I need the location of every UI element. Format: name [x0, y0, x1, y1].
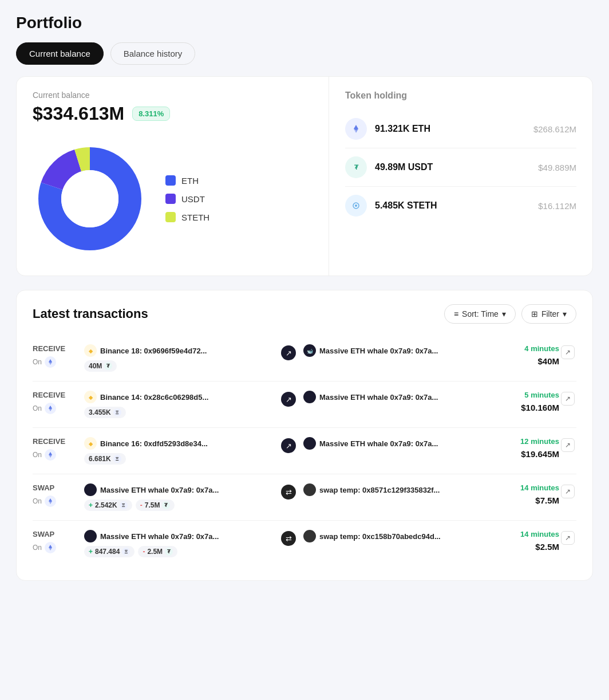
to-name-text-4: swap temp: 0xc158b70abedc94d... — [319, 532, 441, 541]
tab-row: Current balance Balance history — [16, 42, 593, 65]
svg-point-12 — [355, 205, 357, 207]
tx-header: Latest transactions ≡ Sort: Time ▾ ⊞ Fil… — [33, 304, 576, 324]
external-link-icon-0[interactable]: ↗ — [561, 345, 575, 359]
tx-type-col-4: SWAP On — [33, 530, 84, 553]
tx-on-1: On — [33, 403, 84, 414]
from-name-text-3: Massive ETH whale 0x7a9: 0x7a... — [100, 486, 219, 494]
tx-time-col-0: 4 minutes $40M — [496, 344, 559, 366]
tx-from-col-4: Massive ETH whale 0x7a9: 0x7a... + 847.4… — [84, 530, 277, 557]
donut-chart — [33, 141, 147, 256]
svg-text:◆: ◆ — [88, 441, 93, 447]
legend-steth: STETH — [165, 212, 209, 222]
chart-legend: ETH USDT STETH — [165, 175, 209, 222]
svg-text:◆: ◆ — [88, 395, 93, 400]
tag-minus-3-1: - — [140, 501, 143, 509]
svg-text:₮: ₮ — [354, 164, 359, 171]
external-link-icon-1[interactable]: ↗ — [561, 392, 575, 406]
from-icon-1: ◆ — [84, 391, 97, 403]
to-icon-3 — [303, 483, 316, 496]
arrow-icon-4: ⇄ — [281, 531, 296, 546]
tx-on-4: On — [33, 542, 84, 553]
tx-amount-tags-3: + 2.542K Ξ - 7.5M ₮ — [84, 500, 277, 511]
filter-button[interactable]: ⊞ Filter ▾ — [521, 304, 576, 324]
to-name-text-0: Massive ETH whale 0x7a9: 0x7a... — [319, 347, 438, 355]
tx-usd-0: $40M — [496, 356, 559, 366]
tx-from-col-0: ◆ Binance 18: 0x9696f59e4d72... 40M ₮ — [84, 344, 277, 372]
token-holding-panel: Token holding 91.321K ETH $268.612M — [329, 77, 592, 276]
tx-from-col-1: ◆ Binance 14: 0x28c6c06298d5... 3.455K Ξ — [84, 391, 277, 418]
tx-usd-2: $19.645M — [496, 449, 559, 459]
balance-section: Current balance $334.613M 8.311% — [16, 76, 593, 276]
tx-from-name-1: ◆ Binance 14: 0x28c6c06298d5... — [84, 391, 277, 403]
sort-button[interactable]: ≡ Sort: Time ▾ — [444, 304, 516, 324]
balance-left-panel: Current balance $334.613M 8.311% — [17, 77, 329, 276]
tx-on-0: On — [33, 356, 84, 368]
tx-arrow-col-3: ⇄ — [277, 483, 300, 500]
mini-icon-eth-1: Ξ — [113, 408, 121, 416]
usdt-icon: ₮ — [345, 156, 367, 178]
svg-point-3 — [61, 170, 118, 227]
tag-value-4-1: 2.5M — [147, 548, 163, 556]
external-link-icon-4[interactable]: ↗ — [561, 531, 575, 545]
tag-plus-4-0: + — [89, 548, 93, 556]
svg-point-45 — [86, 532, 95, 541]
tx-time-col-1: 5 minutes $10.160M — [496, 391, 559, 412]
table-row: RECEIVE On ◆ Binance 16: 0xdfd5293d8e34.… — [33, 428, 576, 474]
tx-ext-col-3: ↗ — [559, 483, 576, 498]
tx-to-name-2: Massive ETH whale 0x7a9: 0x7a... — [303, 437, 496, 450]
eth-amount: 91.321K ETH — [375, 124, 525, 134]
svg-point-39 — [86, 485, 95, 494]
tx-time-1: 5 minutes — [496, 391, 559, 399]
tx-amount-tags-1: 3.455K Ξ — [84, 407, 277, 418]
usdt-amount: 49.89M USDT — [375, 162, 530, 172]
svg-point-34 — [305, 439, 314, 448]
tx-to-name-1: Massive ETH whale 0x7a9: 0x7a... — [303, 391, 496, 403]
to-name-text-2: Massive ETH whale 0x7a9: 0x7a... — [319, 439, 438, 448]
from-name-text-0: Binance 18: 0x9696f59e4d72... — [100, 347, 207, 355]
legend-usdt: USDT — [165, 194, 209, 204]
filter-icon: ⊞ — [531, 309, 538, 318]
tx-to-col-4: swap temp: 0xc158b70abedc94d... — [300, 530, 496, 546]
legend-usdt-label: USDT — [181, 194, 205, 204]
external-link-icon-2[interactable]: ↗ — [561, 438, 575, 452]
tag-value-2-0: 6.681K — [89, 455, 111, 463]
mini-icon-usdt-4: ₮ — [165, 548, 173, 556]
tx-usd-3: $7.5M — [496, 495, 559, 505]
arrow-icon-0: ↗ — [281, 345, 296, 360]
chain-icon-1 — [45, 403, 56, 414]
filter-label: Filter — [541, 309, 559, 318]
tx-arrow-col-1: ↗ — [277, 391, 300, 407]
balance-label: Current balance — [33, 91, 313, 100]
table-row: RECEIVE On ◆ Binance 14: 0x28c6c06298d5.… — [33, 382, 576, 428]
tag-value-1-0: 3.455K — [89, 408, 111, 416]
to-icon-0: 🐋 — [303, 344, 316, 357]
eth-icon — [345, 118, 367, 140]
svg-text:🐋: 🐋 — [307, 348, 314, 355]
tx-arrow-col-2: ↗ — [277, 437, 300, 453]
tx-on-label-0: On — [33, 358, 42, 366]
arrow-icon-1: ↗ — [281, 392, 296, 407]
sort-icon: ≡ — [454, 309, 458, 318]
tx-usd-4: $2.5M — [496, 542, 559, 552]
tx-to-name-0: 🐋 Massive ETH whale 0x7a9: 0x7a... — [303, 344, 496, 357]
to-name-text-3: swap temp: 0x8571c129f335832f... — [319, 486, 440, 494]
mini-icon-eth-2: Ξ — [113, 455, 121, 463]
tx-to-col-0: 🐋 Massive ETH whale 0x7a9: 0x7a... — [300, 344, 496, 360]
amount-tag-0-0: 40M ₮ — [84, 360, 117, 372]
eth-usd: $268.612M — [533, 124, 576, 134]
external-link-icon-3[interactable]: ↗ — [561, 485, 575, 498]
svg-point-46 — [305, 532, 314, 541]
steth-icon — [345, 195, 367, 217]
tx-from-col-3: Massive ETH whale 0x7a9: 0x7a... + 2.542… — [84, 483, 277, 511]
tab-balance-history[interactable]: Balance history — [110, 42, 196, 65]
tag-value-4-0: 847.484 — [95, 548, 120, 556]
amount-tag-4-1: - 2.5M ₮ — [138, 546, 177, 557]
tx-ext-col-2: ↗ — [559, 437, 576, 452]
tx-from-name-0: ◆ Binance 18: 0x9696f59e4d72... — [84, 344, 277, 357]
tab-current-balance[interactable]: Current balance — [16, 42, 104, 65]
tx-ext-col-1: ↗ — [559, 391, 576, 406]
tx-type-col-3: SWAP On — [33, 483, 84, 507]
tag-minus-4-1: - — [143, 548, 145, 556]
tx-ext-col-4: ↗ — [559, 530, 576, 545]
svg-point-40 — [305, 485, 314, 494]
